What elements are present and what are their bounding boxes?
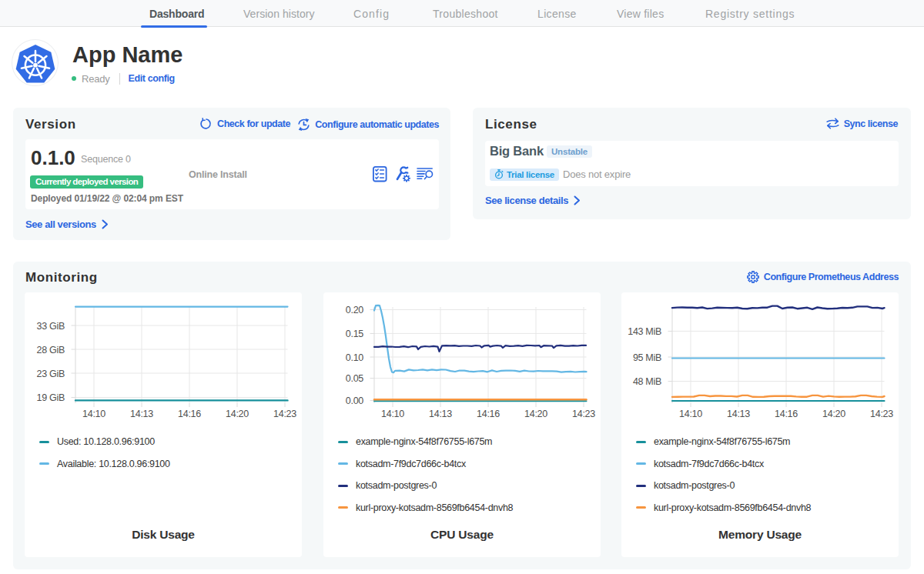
svg-text:28 GiB: 28 GiB [37, 345, 65, 355]
svg-text:0.10: 0.10 [346, 352, 363, 363]
svg-text:0.20: 0.20 [346, 305, 363, 315]
svg-text:14:23: 14:23 [572, 409, 595, 419]
svg-text:48 MiB: 48 MiB [633, 376, 661, 387]
svg-text:95 MiB: 95 MiB [633, 352, 661, 363]
svg-text:14:16: 14:16 [775, 409, 798, 419]
svg-text:14:23: 14:23 [273, 409, 296, 419]
svg-text:14:13: 14:13 [727, 409, 750, 419]
svg-text:14:20: 14:20 [822, 409, 845, 419]
svg-text:14:20: 14:20 [226, 409, 249, 419]
svg-text:14:23: 14:23 [870, 409, 893, 419]
svg-text:0.15: 0.15 [346, 329, 363, 339]
svg-text:14:13: 14:13 [130, 409, 153, 419]
svg-text:14:20: 14:20 [524, 409, 547, 419]
svg-text:14:13: 14:13 [429, 409, 452, 419]
svg-text:0.05: 0.05 [346, 373, 363, 384]
svg-text:14:16: 14:16 [477, 409, 500, 419]
svg-text:143 MiB: 143 MiB [628, 326, 661, 337]
svg-text:19 GiB: 19 GiB [37, 392, 65, 403]
svg-text:14:16: 14:16 [178, 409, 201, 419]
svg-text:0.00: 0.00 [346, 395, 363, 406]
svg-text:33 GiB: 33 GiB [37, 321, 65, 332]
svg-text:14:10: 14:10 [82, 409, 105, 419]
svg-text:14:10: 14:10 [679, 409, 702, 419]
svg-text:23 GiB: 23 GiB [37, 369, 65, 379]
svg-text:14:10: 14:10 [381, 409, 404, 419]
